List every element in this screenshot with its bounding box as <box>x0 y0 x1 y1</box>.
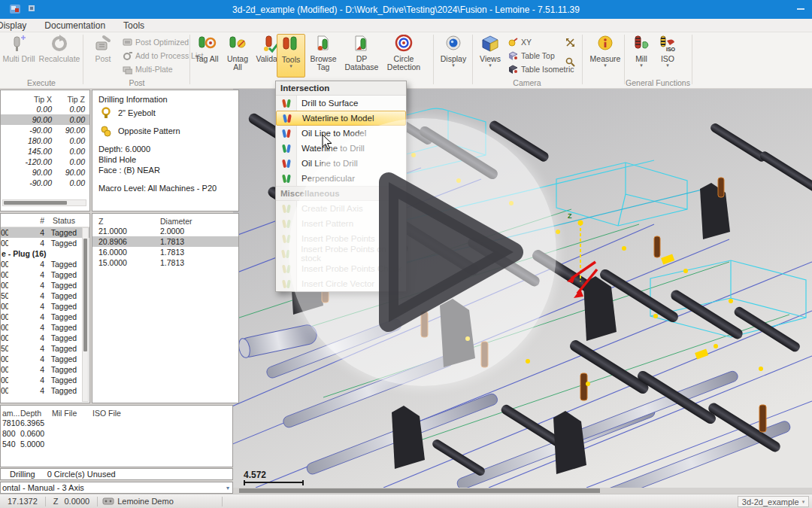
iso-button[interactable]: ISO ISO ▾ <box>656 34 680 68</box>
table-row[interactable]: 180.000.00 <box>1 135 89 146</box>
cell: 4 <box>8 365 44 374</box>
cell: 4 <box>8 228 44 237</box>
drill-status-right: 0 Circle(s) Unused <box>35 470 116 479</box>
diam-header[interactable]: am... <box>1 409 20 418</box>
macro-line: Macro Level: All Machines - P20 <box>92 175 238 193</box>
multi-drill-button[interactable]: Multi Drill <box>2 34 35 63</box>
tools-button[interactable]: Tools ▾ <box>277 34 305 78</box>
menu-documentation[interactable]: Documentation <box>35 19 114 32</box>
cell: 00 <box>1 270 8 279</box>
list-item[interactable]: 004Tagged <box>1 238 89 248</box>
status-list-rows: 004Tagged004Taggede - Plug (16)004Tagged… <box>1 227 89 396</box>
cell: Tagged <box>44 281 83 290</box>
list-item[interactable]: 004Tagged <box>1 385 89 396</box>
display-button[interactable]: Display ▾ <box>436 34 471 68</box>
face-line: Face : (B) NEAR <box>92 164 238 175</box>
dp-database-button[interactable]: DP Database <box>343 34 380 71</box>
list-item[interactable]: 004Tagged <box>1 259 89 269</box>
camera-xy-button[interactable]: XY <box>508 36 532 48</box>
untag-all-button[interactable]: Untag All <box>223 34 253 71</box>
window-title: 3d-2d_example (Modified) - D:\Work_Drive… <box>0 5 812 15</box>
tip-x-header[interactable]: Tip X <box>1 95 52 104</box>
iso-file-header[interactable]: ISO File <box>83 409 121 418</box>
cell: 0.00 <box>52 157 85 166</box>
list-item[interactable]: 504Tagged <box>1 291 89 301</box>
table-row[interactable]: 90.000.00 <box>1 114 89 125</box>
post-button[interactable]: Post <box>87 34 119 63</box>
minimize-button[interactable] <box>797 8 804 10</box>
tag-all-button[interactable]: Tag All <box>192 34 221 63</box>
cell: 21.0000 <box>92 227 160 236</box>
multi-drill-icon <box>9 34 29 55</box>
list-item[interactable]: 004Tagged <box>1 280 89 291</box>
post-optimized-button[interactable]: Post Optimized <box>123 36 189 48</box>
table-row[interactable]: 16.00001.7813 <box>92 247 238 257</box>
cell: 4 <box>8 281 44 290</box>
list-item[interactable]: 004Tagged <box>1 301 89 312</box>
table-row[interactable]: 21.00002.0000 <box>92 226 238 236</box>
menu-tools[interactable]: Tools <box>114 19 153 32</box>
cell: 0.00 <box>52 136 85 145</box>
table-row[interactable]: 5405.0000 <box>1 439 232 449</box>
browse-tag-icon <box>314 34 333 55</box>
list-item[interactable]: 004Tagged <box>1 322 89 333</box>
count-header[interactable]: # <box>1 216 44 225</box>
cell: 90.00 <box>52 126 85 135</box>
fit-view-button[interactable] <box>564 37 577 48</box>
table-row[interactable]: 20.89061.7813 <box>92 236 238 247</box>
machine-name: Lemoine Demo <box>114 497 177 506</box>
views-button[interactable]: Views ▾ <box>476 34 504 68</box>
z-table-rows: 21.00002.000020.89061.781316.00001.78131… <box>92 226 238 268</box>
cell: 7810 <box>1 418 20 427</box>
list-item[interactable]: 004Tagged <box>1 354 89 364</box>
table-row[interactable]: -90.0090.00 <box>1 125 89 135</box>
measure-button[interactable]: Measure ▾ <box>586 34 624 68</box>
cell: 0.0600 <box>20 429 52 438</box>
cell: 4 <box>8 386 44 395</box>
circle-detection-button[interactable]: Circle Detection <box>383 34 424 71</box>
group-header[interactable]: e - Plug (16) <box>1 248 89 259</box>
list-item[interactable]: 004Tagged <box>1 375 89 385</box>
status-header[interactable]: Status <box>44 216 83 225</box>
browse-tag-button[interactable]: Browse Tag <box>307 34 340 71</box>
play-triangle-icon[interactable] <box>372 172 530 333</box>
depth-header[interactable]: Depth <box>20 409 47 418</box>
table-row[interactable]: -120.000.00 <box>1 157 89 167</box>
drill-pair-icon <box>276 173 297 184</box>
table-row[interactable]: 0.000.00 <box>1 104 89 114</box>
table-row[interactable]: 145.000.00 <box>1 146 89 157</box>
z-header[interactable]: Z <box>92 217 160 226</box>
multi-plate-button[interactable]: Multi-Plate <box>123 63 173 75</box>
status-list-vscrollbar[interactable] <box>82 227 89 402</box>
viewport-hscrollbar[interactable] <box>233 488 812 494</box>
add-to-process-list-button[interactable]: Add to Process List <box>123 50 203 62</box>
list-item[interactable]: 004Tagged <box>1 269 89 280</box>
table-row[interactable]: -90.000.00 <box>1 178 89 188</box>
table-row[interactable]: 78106.3965 <box>1 418 232 428</box>
cell: Tagged <box>44 228 83 237</box>
recalculate-button[interactable]: Recalculate <box>36 34 83 63</box>
machine-combo[interactable]: ontal - Manual - 3 Axis ▾ <box>0 482 233 494</box>
menu-item-drill-to-surface[interactable]: Drill to Surface <box>276 96 406 111</box>
depth-line: Depth: 6.0000 <box>92 137 238 154</box>
table-row[interactable]: 8000.0600 <box>1 428 232 439</box>
menu-display[interactable]: Display <box>0 19 35 32</box>
mill-button[interactable]: Mill ▾ <box>629 34 654 68</box>
table-row[interactable]: 90.0090.00 <box>1 167 89 178</box>
zoom-probe-button[interactable] <box>564 56 577 68</box>
machine-panel-icon <box>102 497 114 505</box>
list-item[interactable]: 004Tagged <box>1 227 89 238</box>
tip-z-header[interactable]: Tip Z <box>52 95 85 104</box>
mil-file-header[interactable]: Mil File <box>47 409 83 418</box>
table-row[interactable]: 15.00001.7813 <box>92 257 238 268</box>
camera-table-top-button[interactable]: Table Top <box>508 50 555 62</box>
diameter-header[interactable]: Diameter <box>160 217 192 226</box>
list-item[interactable]: 504Tagged <box>1 343 89 354</box>
cell: Tagged <box>44 386 83 395</box>
list-item[interactable]: 004Tagged <box>1 312 89 322</box>
list-item[interactable]: 004Tagged <box>1 364 89 375</box>
list-item[interactable]: 004Tagged <box>1 333 89 343</box>
tip-table-hscrollbar[interactable] <box>2 199 86 206</box>
document-tab[interactable]: 3d-2d_example ▾ <box>738 496 809 507</box>
z-diameter-panel: Z Diameter 21.00002.000020.89061.781316.… <box>92 213 239 403</box>
